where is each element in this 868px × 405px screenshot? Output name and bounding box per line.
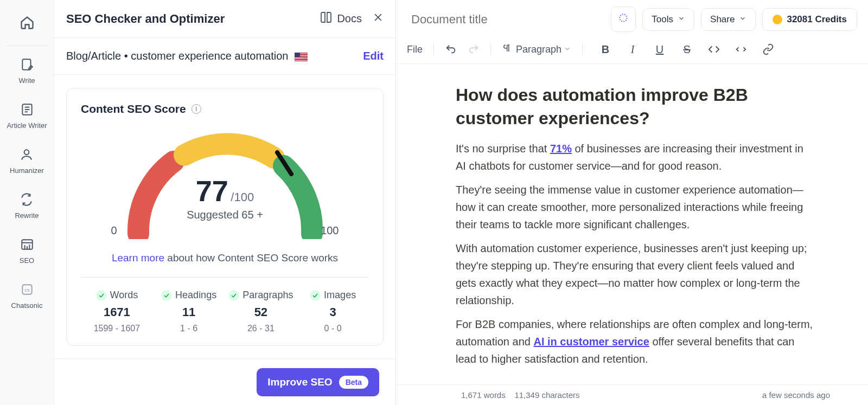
doc-paragraph: For B2B companies, where relationships a… (456, 316, 814, 368)
seo-title: SEO Checker and Optimizer (66, 12, 225, 26)
sidebar-item-label: Humanizer (10, 166, 44, 175)
char-count: 11,349 characters (514, 390, 579, 400)
undo-button[interactable] (445, 43, 457, 55)
check-icon (161, 290, 172, 301)
sidebar-item-rewrite[interactable]: Rewrite (15, 191, 39, 220)
word-count: 1,671 words (461, 390, 506, 400)
strike-button[interactable]: S (680, 43, 693, 56)
docs-label: Docs (337, 12, 362, 25)
edit-link[interactable]: Edit (363, 50, 384, 62)
seo-scroll[interactable]: Content SEO Score i 77 /100 Sugg (54, 75, 395, 405)
sidebar-item-label: Rewrite (15, 211, 39, 220)
sidebar-item-article-writer[interactable]: Article Writer (7, 101, 47, 130)
paragraph-icon (502, 43, 512, 56)
doc-paragraph: They're seeing the immense value in cust… (456, 181, 814, 233)
home-button[interactable] (15, 11, 39, 35)
link-ai-customer-service[interactable]: AI in customer service (533, 336, 649, 348)
codeblock-button[interactable] (735, 43, 748, 56)
learn-more-link[interactable]: Learn more (112, 252, 164, 263)
learn-more-line: Learn more about how Content SEO Score w… (81, 252, 369, 264)
docs-button[interactable]: Docs (320, 11, 362, 27)
beta-badge: Beta (339, 376, 368, 389)
score-suggested: Suggested 65 + (187, 209, 263, 221)
underline-button[interactable]: U (653, 43, 666, 56)
editor-body[interactable]: How does automation improve B2B customer… (396, 64, 868, 384)
score-value: 77 (196, 175, 228, 207)
sidebar: Write Article Writer Humanizer Rewrite S… (0, 0, 54, 405)
article-icon (18, 101, 36, 118)
flag-us-icon (295, 53, 308, 61)
refresh-icon (618, 12, 629, 26)
score-card: Content SEO Score i 77 /100 Sugg (66, 88, 384, 346)
gauge: 77 /100 Suggested 65 + 0 100 (81, 125, 369, 239)
seo-header: SEO Checker and Optimizer Docs (54, 0, 395, 38)
editor-header: Tools Share 32081 Credits (396, 0, 868, 38)
editor-toolbar: File Paragraph B I U S (396, 38, 868, 64)
sidebar-item-seo[interactable]: SEO (18, 236, 36, 265)
chevron-down-icon (678, 14, 685, 25)
rewrite-icon (18, 191, 35, 208)
stat-paragraphs: Paragraphs 52 26 - 31 (225, 290, 297, 333)
chevron-down-icon (564, 44, 571, 55)
editor-panel: Tools Share 32081 Credits File Paragraph… (396, 0, 868, 405)
stat-headings: Headings 11 1 - 6 (153, 290, 225, 333)
stat-images: Images 3 0 - 0 (297, 290, 369, 333)
stats-row: Words 1671 1599 - 1607 Headings 11 1 - 6… (81, 277, 369, 345)
improve-bar: Improve SEO Beta (54, 358, 395, 405)
toolbar-divider (433, 43, 434, 56)
link-71-percent[interactable]: 71% (550, 143, 572, 155)
credits-icon (773, 15, 782, 24)
doc-paragraph: It's no surprise that 71% of businesses … (456, 140, 814, 175)
block-type-select[interactable]: Paragraph (502, 43, 571, 56)
credits-badge[interactable]: 32081 Credits (762, 8, 857, 31)
score-out-of: /100 (231, 190, 254, 204)
score-card-title: Content SEO Score i (81, 102, 369, 115)
chatsonic-icon: cs (18, 281, 36, 298)
sidebar-item-label: Chatsonic (11, 301, 43, 310)
toolbar-divider (490, 43, 491, 56)
sidebar-divider (5, 46, 48, 46)
context-text: Blog/Article • customer experience autom… (66, 50, 308, 62)
gauge-min: 0 (111, 224, 117, 237)
toolbar-divider (582, 43, 583, 56)
editor-footer: 1,671 words 11,349 characters a few seco… (396, 384, 868, 405)
sidebar-item-chatsonic[interactable]: cs Chatsonic (11, 281, 43, 310)
sidebar-item-label: Article Writer (7, 121, 47, 130)
close-icon[interactable] (373, 12, 384, 26)
check-icon (228, 290, 239, 301)
document-title-input[interactable] (407, 9, 604, 30)
doc-paragraph: With automation customer experience, bus… (456, 240, 814, 309)
doc-heading: How does automation improve B2B customer… (456, 83, 814, 130)
refresh-button[interactable] (611, 7, 636, 32)
file-menu[interactable]: File (407, 44, 423, 55)
save-time: a few seconds ago (762, 390, 830, 400)
context-bar: Blog/Article • customer experience autom… (54, 38, 395, 75)
seo-panel: SEO Checker and Optimizer Docs Blog/Arti… (54, 0, 396, 405)
svg-text:cs: cs (24, 287, 30, 293)
tools-button[interactable]: Tools (642, 8, 694, 31)
link-button[interactable] (762, 43, 775, 56)
check-icon (310, 290, 321, 301)
bold-button[interactable]: B (599, 43, 612, 56)
chevron-down-icon (739, 14, 746, 25)
redo-button[interactable] (468, 43, 480, 55)
gauge-max: 100 (321, 224, 339, 237)
humanizer-icon (18, 146, 35, 163)
sidebar-item-write[interactable]: Write (18, 56, 36, 85)
write-icon (18, 56, 36, 73)
stat-words: Words 1671 1599 - 1607 (81, 290, 153, 333)
code-button[interactable] (707, 43, 720, 56)
share-button[interactable]: Share (701, 8, 756, 31)
seo-icon (18, 236, 36, 253)
gauge-center: 77 /100 Suggested 65 + (187, 174, 263, 221)
check-icon (96, 290, 107, 301)
svg-point-5 (24, 150, 29, 155)
info-icon[interactable]: i (192, 104, 201, 114)
gauge-labels: 0 100 (111, 224, 339, 237)
sidebar-item-humanizer[interactable]: Humanizer (10, 146, 44, 175)
svg-point-16 (620, 14, 627, 21)
sidebar-item-label: SEO (20, 256, 34, 265)
book-icon (320, 11, 333, 27)
italic-button[interactable]: I (626, 43, 639, 56)
improve-seo-button[interactable]: Improve SEO Beta (257, 368, 379, 396)
